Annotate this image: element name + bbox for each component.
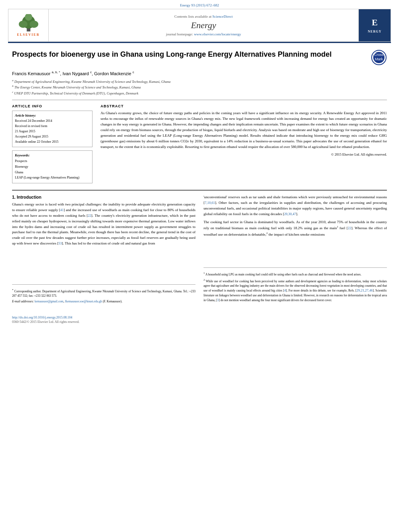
ref-29[interactable]: 29,21,27,46 [356, 288, 372, 292]
ref-53[interactable]: 53 [58, 241, 62, 245]
svg-text:Cross: Cross [374, 53, 384, 57]
accepted-date: Accepted 29 August 2015 [15, 134, 90, 140]
svg-point-2 [19, 21, 27, 28]
body-content: 1. Introduction Ghana's energy sector is… [12, 195, 387, 305]
received-date: Received 24 December 2014 [15, 119, 90, 124]
abstract-col: ABSTRACT As Ghana's economy grows, the c… [101, 104, 387, 183]
abstract-label: ABSTRACT [101, 104, 387, 108]
affil-c: c UNEP DTU Partnership, Technical Univer… [12, 90, 387, 96]
footnote-2: 2 While use of woodfuel for cooking has … [204, 278, 387, 303]
email-link-1[interactable]: kemausuor@gmail.com [35, 300, 64, 303]
article-info-abstract: ARTICLE INFO Article history: Received 2… [12, 104, 387, 183]
body-para-1: Ghana's energy sector is faced with two … [12, 202, 195, 247]
corresponding-footnote: * Corresponding author. Department of Ag… [12, 288, 195, 298]
svg-point-3 [29, 21, 38, 28]
body-para-3: The cooking fuel sector in Ghana is domi… [204, 220, 387, 238]
keyword-2: Bioenergy [15, 164, 90, 170]
revised-date: 21 August 2015 [15, 129, 90, 134]
doi-link[interactable]: http://dx.doi.org/10.1016/j.energy.2015.… [12, 316, 72, 319]
ref-22[interactable]: 22 [88, 214, 91, 218]
bottom-info: http://dx.doi.org/10.1016/j.energy.2015.… [0, 316, 399, 324]
crossmark-badge: Cross Mark [365, 49, 387, 66]
journal-name: Energy [191, 20, 216, 31]
footnote-divider-right [204, 267, 387, 268]
body-para-2: 'unconventional' reserves such as tar sa… [204, 195, 387, 217]
elsevier-text: ELSEVIER [17, 33, 39, 37]
keywords-box: Keywords: Prospects Bioenergy Ghana LEAP… [12, 150, 93, 183]
journal-homepage: journal homepage: www.elsevier.com/locat… [166, 32, 241, 36]
abstract-text: As Ghana's economy grows, the choice of … [101, 111, 387, 150]
doi-line: http://dx.doi.org/10.1016/j.energy.2015.… [12, 316, 387, 319]
body-left-col: 1. Introduction Ghana's energy sector is… [12, 195, 195, 305]
footnote-divider-left [12, 284, 195, 285]
keyword-4: LEAP (Long-range Energy Alternatives Pla… [15, 175, 90, 181]
email-footnote: E-mail addresses: kemausuor@gmail.com, f… [12, 299, 195, 304]
journal-banner: ELSEVIER Contents lists available at Sci… [8, 9, 391, 42]
keyword-1: Prospects [15, 158, 90, 164]
body-right-col: 'unconventional' reserves such as tar sa… [204, 195, 387, 305]
history-title: Article history: [15, 113, 90, 117]
paper-title: Prospects for bioenergy use in Ghana usi… [12, 49, 365, 59]
article-history-box: Article history: Received 24 December 20… [12, 111, 93, 147]
energy-logo-box: E NERGY [358, 9, 391, 41]
elsevier-logo: ELSEVIER [8, 9, 49, 41]
ref-20[interactable]: 20,30,47 [284, 212, 296, 216]
journal-homepage-link[interactable]: www.elsevier.com/locate/energy [194, 32, 241, 36]
keywords-title: Keywords: [15, 153, 90, 157]
ref-22b[interactable]: 22 [348, 226, 352, 230]
paper-title-section: Prospects for bioenergy use in Ghana usi… [12, 49, 387, 66]
ref-4[interactable]: 4 [284, 288, 286, 292]
journal-center: Contents lists available at ScienceDirec… [49, 9, 358, 41]
issn-line: 0360-5442/© 2015 Elsevier Ltd. All right… [12, 320, 387, 324]
journal-citation: Energy 93 (2015) 672–682 [8, 3, 391, 7]
email-link-2[interactable]: fkemausuor.soe@knust.edu.gh [65, 300, 102, 303]
affil-a: a Department of Agricultural Engineering… [12, 78, 387, 84]
ref-41[interactable]: 41 [60, 208, 64, 212]
copyright: © 2015 Elsevier Ltd. All rights reserved… [101, 152, 387, 156]
available-date: Available online 22 October 2015 [15, 140, 90, 145]
article-info-col: ARTICLE INFO Article history: Received 2… [12, 104, 93, 183]
sciencedirect-line: Contents lists available at ScienceDirec… [175, 14, 233, 18]
body-divider [12, 190, 387, 191]
footnote-1: 1 A household using LPG as main cooking … [204, 271, 387, 277]
affil-b: b The Energy Center, Kwame Nkrumah Unive… [12, 84, 387, 90]
section-divider-1 [12, 100, 387, 100]
article-info-label: ARTICLE INFO [12, 104, 93, 108]
energy-logo: E NERGY [368, 16, 382, 35]
revised-label: Received in revised form [15, 124, 90, 129]
section-1-heading: 1. Introduction [12, 195, 195, 199]
keyword-3: Ghana [15, 170, 90, 175]
authors-line: Francis Kemausuor a, b, *, Ivan Nygaard … [12, 70, 387, 76]
svg-text:Mark: Mark [375, 57, 383, 61]
ref-3[interactable]: 3 [217, 298, 219, 302]
ref-7[interactable]: 7,10,61 [205, 201, 215, 205]
sciencedirect-link[interactable]: ScienceDirect [212, 14, 232, 18]
affiliations: a Department of Agricultural Engineering… [12, 78, 387, 96]
